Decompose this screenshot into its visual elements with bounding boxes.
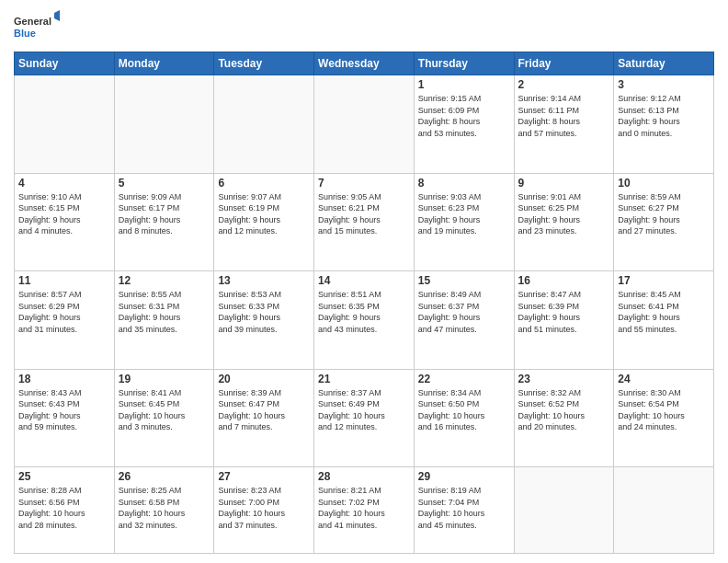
day-info: Sunrise: 8:49 AM Sunset: 6:37 PM Dayligh…	[418, 289, 510, 335]
day-number: 27	[218, 470, 310, 483]
calendar-cell	[314, 75, 415, 174]
calendar-cell: 20Sunrise: 8:39 AM Sunset: 6:47 PM Dayli…	[214, 369, 314, 467]
calendar-cell: 5Sunrise: 9:09 AM Sunset: 6:17 PM Daylig…	[114, 173, 214, 271]
calendar-cell: 3Sunrise: 9:12 AM Sunset: 6:13 PM Daylig…	[614, 75, 714, 174]
day-info: Sunrise: 8:19 AM Sunset: 7:04 PM Dayligh…	[418, 485, 510, 531]
day-number: 9	[518, 177, 610, 190]
day-number: 20	[218, 373, 310, 385]
day-number: 28	[318, 470, 410, 483]
day-info: Sunrise: 9:14 AM Sunset: 6:11 PM Dayligh…	[518, 93, 610, 139]
day-info: Sunrise: 9:01 AM Sunset: 6:25 PM Dayligh…	[518, 191, 610, 237]
weekday-header: Tuesday	[214, 52, 314, 75]
calendar-cell	[614, 467, 714, 554]
svg-marker-2	[54, 9, 60, 22]
day-number: 22	[418, 373, 510, 385]
day-info: Sunrise: 8:51 AM Sunset: 6:35 PM Dayligh…	[318, 289, 410, 335]
day-number: 6	[218, 177, 310, 190]
day-number: 11	[18, 274, 110, 287]
calendar-cell: 25Sunrise: 8:28 AM Sunset: 6:56 PM Dayli…	[15, 467, 115, 554]
weekday-header: Saturday	[614, 52, 714, 75]
day-info: Sunrise: 9:15 AM Sunset: 6:09 PM Dayligh…	[418, 93, 510, 139]
calendar-cell: 17Sunrise: 8:45 AM Sunset: 6:41 PM Dayli…	[614, 271, 714, 370]
calendar-cell: 18Sunrise: 8:43 AM Sunset: 6:43 PM Dayli…	[15, 369, 115, 467]
day-info: Sunrise: 8:23 AM Sunset: 7:00 PM Dayligh…	[218, 485, 310, 531]
calendar-cell: 15Sunrise: 8:49 AM Sunset: 6:37 PM Dayli…	[414, 271, 514, 370]
day-info: Sunrise: 8:45 AM Sunset: 6:41 PM Dayligh…	[618, 289, 710, 335]
day-info: Sunrise: 8:28 AM Sunset: 6:56 PM Dayligh…	[18, 485, 110, 531]
calendar-cell	[15, 75, 115, 174]
day-info: Sunrise: 8:34 AM Sunset: 6:50 PM Dayligh…	[418, 387, 510, 433]
day-number: 1	[418, 78, 510, 91]
calendar-cell	[214, 75, 314, 174]
calendar-cell	[114, 75, 214, 174]
day-number: 14	[318, 274, 410, 287]
calendar-cell: 1Sunrise: 9:15 AM Sunset: 6:09 PM Daylig…	[414, 75, 514, 174]
calendar-cell: 6Sunrise: 9:07 AM Sunset: 6:19 PM Daylig…	[214, 173, 314, 271]
calendar-cell: 9Sunrise: 9:01 AM Sunset: 6:25 PM Daylig…	[514, 173, 614, 271]
day-info: Sunrise: 8:47 AM Sunset: 6:39 PM Dayligh…	[518, 289, 610, 335]
day-info: Sunrise: 8:37 AM Sunset: 6:49 PM Dayligh…	[318, 387, 410, 433]
day-info: Sunrise: 8:41 AM Sunset: 6:45 PM Dayligh…	[119, 387, 210, 433]
day-number: 21	[318, 373, 410, 385]
calendar-cell: 26Sunrise: 8:25 AM Sunset: 6:58 PM Dayli…	[114, 467, 214, 554]
day-number: 15	[418, 274, 510, 287]
weekday-header: Friday	[514, 52, 614, 75]
day-number: 7	[318, 177, 410, 190]
calendar-cell: 10Sunrise: 8:59 AM Sunset: 6:27 PM Dayli…	[614, 173, 714, 271]
calendar-cell: 7Sunrise: 9:05 AM Sunset: 6:21 PM Daylig…	[314, 173, 415, 271]
calendar-cell: 8Sunrise: 9:03 AM Sunset: 6:23 PM Daylig…	[414, 173, 514, 271]
calendar-cell: 12Sunrise: 8:55 AM Sunset: 6:31 PM Dayli…	[114, 271, 214, 370]
calendar-table: SundayMondayTuesdayWednesdayThursdayFrid…	[14, 52, 714, 554]
day-info: Sunrise: 8:55 AM Sunset: 6:31 PM Dayligh…	[119, 289, 210, 335]
page: General Blue SundayMondayTuesdayWednesda…	[0, 0, 728, 563]
calendar-cell: 28Sunrise: 8:21 AM Sunset: 7:02 PM Dayli…	[314, 467, 415, 554]
day-info: Sunrise: 8:30 AM Sunset: 6:54 PM Dayligh…	[618, 387, 710, 433]
day-number: 17	[618, 274, 710, 287]
day-number: 23	[518, 373, 610, 385]
day-info: Sunrise: 9:03 AM Sunset: 6:23 PM Dayligh…	[418, 191, 510, 237]
day-number: 19	[119, 373, 210, 385]
day-info: Sunrise: 8:53 AM Sunset: 6:33 PM Dayligh…	[218, 289, 310, 335]
day-info: Sunrise: 8:25 AM Sunset: 6:58 PM Dayligh…	[119, 485, 210, 531]
day-info: Sunrise: 9:10 AM Sunset: 6:15 PM Dayligh…	[18, 191, 110, 237]
day-info: Sunrise: 9:05 AM Sunset: 6:21 PM Dayligh…	[318, 191, 410, 237]
calendar-cell: 29Sunrise: 8:19 AM Sunset: 7:04 PM Dayli…	[414, 467, 514, 554]
day-info: Sunrise: 8:59 AM Sunset: 6:27 PM Dayligh…	[618, 191, 710, 237]
svg-text:Blue: Blue	[14, 28, 36, 39]
calendar-cell: 24Sunrise: 8:30 AM Sunset: 6:54 PM Dayli…	[614, 369, 714, 467]
calendar-cell: 21Sunrise: 8:37 AM Sunset: 6:49 PM Dayli…	[314, 369, 415, 467]
calendar-cell: 16Sunrise: 8:47 AM Sunset: 6:39 PM Dayli…	[514, 271, 614, 370]
day-number: 13	[218, 274, 310, 287]
day-info: Sunrise: 8:43 AM Sunset: 6:43 PM Dayligh…	[18, 387, 110, 433]
day-number: 5	[119, 177, 210, 190]
weekday-header: Wednesday	[314, 52, 415, 75]
calendar-cell: 19Sunrise: 8:41 AM Sunset: 6:45 PM Dayli…	[114, 369, 214, 467]
header: General Blue	[14, 9, 714, 44]
day-info: Sunrise: 8:39 AM Sunset: 6:47 PM Dayligh…	[218, 387, 310, 433]
calendar-cell: 13Sunrise: 8:53 AM Sunset: 6:33 PM Dayli…	[214, 271, 314, 370]
svg-text:General: General	[14, 16, 51, 27]
logo-svg: General Blue	[14, 9, 60, 44]
day-number: 4	[18, 177, 110, 190]
day-info: Sunrise: 8:57 AM Sunset: 6:29 PM Dayligh…	[18, 289, 110, 335]
day-number: 16	[518, 274, 610, 287]
calendar-cell: 23Sunrise: 8:32 AM Sunset: 6:52 PM Dayli…	[514, 369, 614, 467]
day-info: Sunrise: 9:07 AM Sunset: 6:19 PM Dayligh…	[218, 191, 310, 237]
day-info: Sunrise: 8:32 AM Sunset: 6:52 PM Dayligh…	[518, 387, 610, 433]
calendar-cell: 11Sunrise: 8:57 AM Sunset: 6:29 PM Dayli…	[15, 271, 115, 370]
day-number: 26	[119, 470, 210, 483]
day-number: 8	[418, 177, 510, 190]
day-number: 29	[418, 470, 510, 483]
calendar-cell	[514, 467, 614, 554]
calendar-cell: 4Sunrise: 9:10 AM Sunset: 6:15 PM Daylig…	[15, 173, 115, 271]
calendar-cell: 2Sunrise: 9:14 AM Sunset: 6:11 PM Daylig…	[514, 75, 614, 174]
day-number: 18	[18, 373, 110, 385]
day-number: 12	[119, 274, 210, 287]
weekday-header: Monday	[114, 52, 214, 75]
calendar-cell: 14Sunrise: 8:51 AM Sunset: 6:35 PM Dayli…	[314, 271, 415, 370]
weekday-header: Thursday	[414, 52, 514, 75]
calendar-cell: 22Sunrise: 8:34 AM Sunset: 6:50 PM Dayli…	[414, 369, 514, 467]
day-number: 10	[618, 177, 710, 190]
day-info: Sunrise: 8:21 AM Sunset: 7:02 PM Dayligh…	[318, 485, 410, 531]
day-info: Sunrise: 9:09 AM Sunset: 6:17 PM Dayligh…	[119, 191, 210, 237]
